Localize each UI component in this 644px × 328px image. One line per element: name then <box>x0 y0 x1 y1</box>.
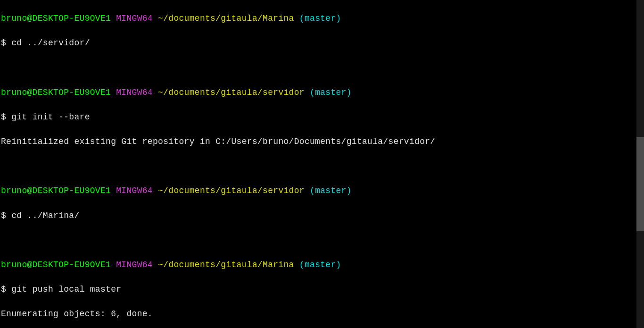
git-branch: (master) <box>310 88 352 97</box>
prompt-symbol: $ <box>1 211 11 220</box>
blank-line <box>1 234 644 246</box>
command-line: $ git push local master <box>1 283 644 295</box>
user-host: bruno@DESKTOP-EU9OVE1 <box>1 14 111 23</box>
blank-line <box>1 160 644 172</box>
system-label: MINGW64 <box>116 88 153 97</box>
scrollbar-track[interactable] <box>636 0 644 328</box>
prompt-line: bruno@DESKTOP-EU9OVE1 MINGW64 ~/document… <box>1 86 644 99</box>
prompt-symbol: $ <box>1 38 11 48</box>
user-host: bruno@DESKTOP-EU9OVE1 <box>1 260 111 269</box>
system-label: MINGW64 <box>116 186 153 195</box>
cwd-path: ~/documents/gitaula/Marina <box>158 260 294 269</box>
system-label: MINGW64 <box>116 260 153 269</box>
prompt-symbol: $ <box>1 285 11 294</box>
prompt-line: bruno@DESKTOP-EU9OVE1 MINGW64 ~/document… <box>1 259 644 271</box>
user-host: bruno@DESKTOP-EU9OVE1 <box>1 186 111 195</box>
command-line: $ cd ../Marina/ <box>1 210 644 222</box>
user-host: bruno@DESKTOP-EU9OVE1 <box>1 88 111 97</box>
scrollbar-thumb[interactable] <box>636 137 644 231</box>
command-text: git init --bare <box>11 112 90 122</box>
command-text: cd ../servidor/ <box>11 38 90 48</box>
git-branch: (master) <box>310 186 352 195</box>
git-branch: (master) <box>299 14 341 23</box>
terminal-output[interactable]: bruno@DESKTOP-EU9OVE1 MINGW64 ~/document… <box>1 0 644 328</box>
blank-line <box>1 61 644 74</box>
output-line: Enumerating objects: 6, done. <box>1 308 644 320</box>
command-text: git push local master <box>11 285 121 294</box>
git-branch: (master) <box>299 260 341 269</box>
cwd-path: ~/documents/gitaula/servidor <box>158 88 305 97</box>
prompt-line: bruno@DESKTOP-EU9OVE1 MINGW64 ~/document… <box>1 12 644 25</box>
output-line: Reinitialized existing Git repository in… <box>1 135 644 148</box>
cwd-path: ~/documents/gitaula/servidor <box>158 186 305 195</box>
system-label: MINGW64 <box>116 14 153 23</box>
prompt-line: bruno@DESKTOP-EU9OVE1 MINGW64 ~/document… <box>1 185 644 197</box>
command-line: $ git init --bare <box>1 111 644 123</box>
prompt-symbol: $ <box>1 112 11 122</box>
command-line: $ cd ../servidor/ <box>1 37 644 49</box>
cwd-path: ~/documents/gitaula/Marina <box>158 14 294 23</box>
command-text: cd ../Marina/ <box>11 211 79 220</box>
